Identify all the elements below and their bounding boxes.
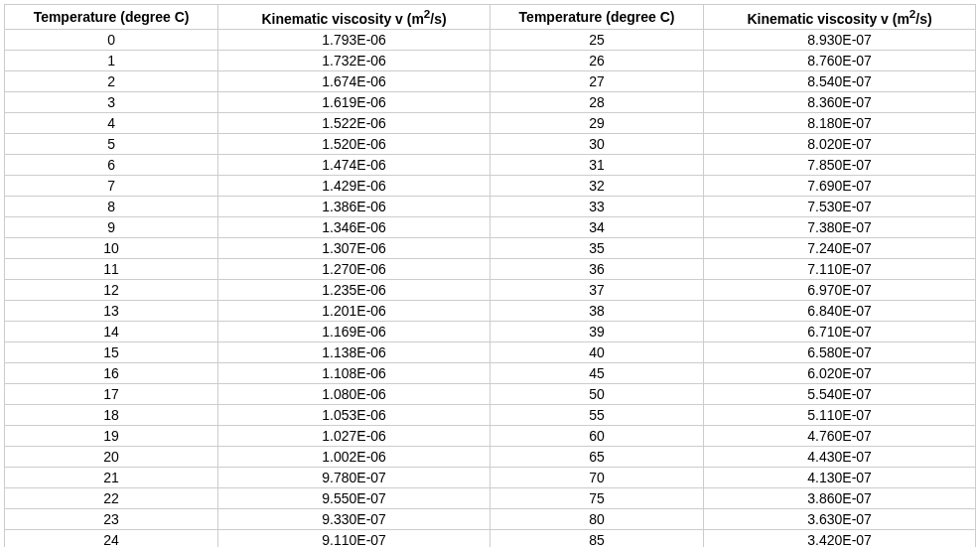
table-cell: 55 (490, 404, 703, 425)
table-cell: 70 (490, 467, 703, 487)
table-cell: 31 (490, 154, 703, 175)
table-cell: 6.580E-07 (704, 342, 976, 362)
table-row: 141.169E-06396.710E-07 (5, 321, 976, 342)
table-cell: 5.110E-07 (704, 404, 976, 425)
table-cell: 10 (5, 237, 218, 258)
table-cell: 45 (490, 362, 703, 383)
table-row: 171.080E-06505.540E-07 (5, 383, 976, 404)
table-row: 61.474E-06317.850E-07 (5, 154, 976, 175)
table-cell: 3 (5, 91, 218, 112)
table-cell: 11 (5, 258, 218, 279)
table-row: 81.386E-06337.530E-07 (5, 196, 976, 216)
table-row: 21.674E-06278.540E-07 (5, 70, 976, 91)
table-cell: 5 (5, 133, 218, 154)
table-cell: 8.180E-07 (704, 112, 976, 133)
table-cell: 9.330E-07 (218, 508, 490, 529)
table-row: 111.270E-06367.110E-07 (5, 258, 976, 279)
table-cell: 28 (490, 91, 703, 112)
table-row: 219.780E-07704.130E-07 (5, 467, 976, 487)
table-cell: 3.860E-07 (704, 487, 976, 508)
table-cell: 6.710E-07 (704, 321, 976, 342)
table-cell: 3.630E-07 (704, 508, 976, 529)
table-cell: 3.420E-07 (704, 529, 976, 547)
table-cell: 1.169E-06 (218, 321, 490, 342)
table-cell: 34 (490, 216, 703, 237)
table-cell: 36 (490, 258, 703, 279)
table-cell: 1.053E-06 (218, 404, 490, 425)
table-cell: 19 (5, 425, 218, 446)
table-cell: 1.520E-06 (218, 133, 490, 154)
table-row: 11.732E-06268.760E-07 (5, 50, 976, 70)
table-cell: 37 (490, 279, 703, 300)
table-cell: 1.732E-06 (218, 50, 490, 70)
table-cell: 9.550E-07 (218, 487, 490, 508)
table-cell: 7.850E-07 (704, 154, 976, 175)
table-cell: 23 (5, 508, 218, 529)
table-cell: 38 (490, 300, 703, 321)
table-cell: 6.970E-07 (704, 279, 976, 300)
table-cell: 33 (490, 196, 703, 216)
table-row: 201.002E-06654.430E-07 (5, 446, 976, 467)
table-cell: 7 (5, 175, 218, 196)
header-visc-2: Kinematic viscosity v (m2/s) (704, 5, 976, 30)
table-cell: 1.002E-06 (218, 446, 490, 467)
table-cell: 7.530E-07 (704, 196, 976, 216)
table-cell: 14 (5, 321, 218, 342)
table-cell: 2 (5, 70, 218, 91)
table-cell: 7.240E-07 (704, 237, 976, 258)
table-row: 161.108E-06456.020E-07 (5, 362, 976, 383)
table-cell: 15 (5, 342, 218, 362)
table-cell: 1 (5, 50, 218, 70)
table-cell: 1.674E-06 (218, 70, 490, 91)
table-cell: 17 (5, 383, 218, 404)
table-cell: 35 (490, 237, 703, 258)
table-cell: 4.130E-07 (704, 467, 976, 487)
table-cell: 40 (490, 342, 703, 362)
table-row: 249.110E-07853.420E-07 (5, 529, 976, 547)
table-cell: 20 (5, 446, 218, 467)
table-cell: 0 (5, 29, 218, 50)
table-cell: 1.346E-06 (218, 216, 490, 237)
table-cell: 9 (5, 216, 218, 237)
table-cell: 1.138E-06 (218, 342, 490, 362)
table-cell: 21 (5, 467, 218, 487)
table-cell: 1.429E-06 (218, 175, 490, 196)
table-cell: 1.108E-06 (218, 362, 490, 383)
table-cell: 1.793E-06 (218, 29, 490, 50)
header-temp-2: Temperature (degree C) (490, 5, 703, 30)
table-cell: 32 (490, 175, 703, 196)
table-row: 131.201E-06386.840E-07 (5, 300, 976, 321)
table-cell: 9.110E-07 (218, 529, 490, 547)
table-cell: 85 (490, 529, 703, 547)
table-cell: 30 (490, 133, 703, 154)
table-cell: 8.360E-07 (704, 91, 976, 112)
table-cell: 1.386E-06 (218, 196, 490, 216)
table-row: 191.027E-06604.760E-07 (5, 425, 976, 446)
table-cell: 13 (5, 300, 218, 321)
table-cell: 12 (5, 279, 218, 300)
table-cell: 1.619E-06 (218, 91, 490, 112)
table-cell: 1.235E-06 (218, 279, 490, 300)
table-cell: 24 (5, 529, 218, 547)
header-visc-1: Kinematic viscosity v (m2/s) (218, 5, 490, 30)
table-cell: 1.027E-06 (218, 425, 490, 446)
header-temp-1: Temperature (degree C) (5, 5, 218, 30)
table-cell: 4 (5, 112, 218, 133)
table-row: 229.550E-07753.860E-07 (5, 487, 976, 508)
table-cell: 18 (5, 404, 218, 425)
table-cell: 4.760E-07 (704, 425, 976, 446)
table-cell: 75 (490, 487, 703, 508)
table-cell: 8.020E-07 (704, 133, 976, 154)
table-cell: 6 (5, 154, 218, 175)
table-cell: 26 (490, 50, 703, 70)
table-cell: 1.270E-06 (218, 258, 490, 279)
table-cell: 1.522E-06 (218, 112, 490, 133)
table-row: 51.520E-06308.020E-07 (5, 133, 976, 154)
table-cell: 6.020E-07 (704, 362, 976, 383)
table-cell: 80 (490, 508, 703, 529)
table-row: 181.053E-06555.110E-07 (5, 404, 976, 425)
table-cell: 22 (5, 487, 218, 508)
table-cell: 25 (490, 29, 703, 50)
table-cell: 6.840E-07 (704, 300, 976, 321)
table-row: 01.793E-06258.930E-07 (5, 29, 976, 50)
